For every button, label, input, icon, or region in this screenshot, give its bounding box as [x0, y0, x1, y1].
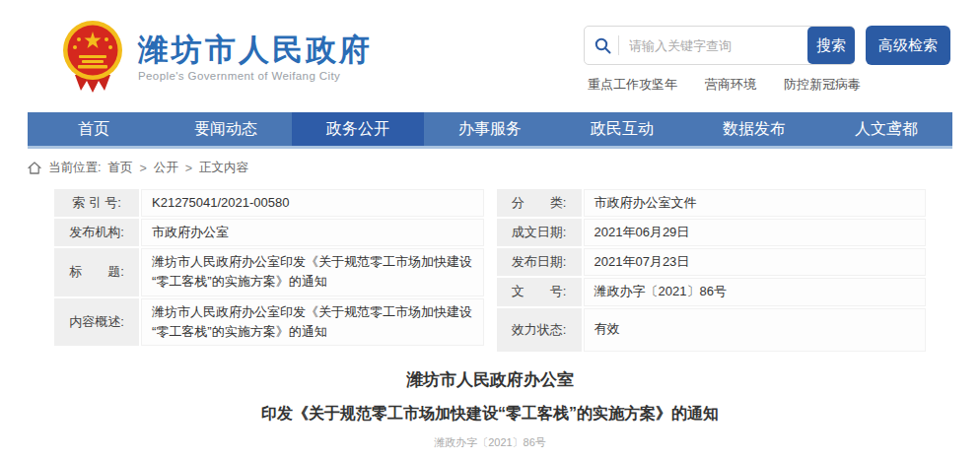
meta-label: 效力状态: [497, 308, 582, 352]
advanced-search-button[interactable]: 高级检索 [866, 26, 950, 65]
nav-item-services[interactable]: 办事服务 [424, 112, 556, 146]
site-brand[interactable]: 潍坊市人民政府 People's Government of Weifang C… [61, 20, 373, 95]
site-header: 潍坊市人民政府 People's Government of Weifang C… [0, 0, 980, 100]
search-separator [618, 35, 619, 55]
search-button[interactable]: 搜索 [807, 27, 855, 64]
search-area: 搜索 高级检索 重点工作攻坚年 营商环境 防控新冠病毒 [584, 26, 950, 94]
meta-row-title: 标 题: 潍坊市人民政府办公室印发《关于规范零工市场加快建设“零工客栈”的实施方… [54, 248, 484, 296]
hot-link-key-work[interactable]: 重点工作攻坚年 [588, 76, 677, 94]
meta-label: 成文日期: [497, 219, 582, 246]
meta-right-column: 分 类: 市政府办公室文件 成文日期: 2021年06月29日 发布日期: 20… [497, 189, 927, 352]
meta-row-category: 分 类: 市政府办公室文件 [497, 189, 927, 217]
meta-row-publish-date: 发布日期: 2021年07月23日 [497, 248, 927, 276]
document-header: 潍坊市人民政府办公室 印发《关于规范零工市场加快建设“零工客栈”的实施方案》的通… [0, 368, 980, 450]
meta-value: 2021年07月23日 [584, 248, 927, 276]
nav-item-gov-info[interactable]: 政务公开 [292, 112, 424, 146]
nav-item-home[interactable]: 首页 [28, 112, 160, 146]
meta-label: 文 号: [497, 278, 582, 305]
search-row: 搜索 高级检索 [584, 26, 950, 65]
document-title-line2: 印发《关于规范零工市场加快建设“零工客栈”的实施方案》的通知 [0, 404, 980, 425]
meta-row-issuing-agency: 发布机构: 市政府办公室 [54, 219, 484, 246]
breadcrumb-current: 正文内容 [199, 160, 248, 176]
breadcrumb: 当前位置: 首页 > 公开 > 正文内容 [28, 160, 952, 176]
breadcrumb-open[interactable]: 公开 [154, 160, 178, 176]
meta-row-written-date: 成文日期: 2021年06月29日 [497, 219, 927, 246]
hot-link-business-env[interactable]: 营商环境 [705, 76, 756, 94]
search-input[interactable] [627, 37, 807, 54]
hot-links: 重点工作攻坚年 营商环境 防控新冠病毒 [588, 76, 950, 94]
nav-item-data[interactable]: 数据发布 [688, 112, 820, 146]
breadcrumb-separator: > [139, 162, 146, 175]
nav-item-news[interactable]: 要闻动态 [160, 112, 292, 146]
search-icon [595, 37, 611, 54]
site-title: 潍坊市人民政府 [138, 33, 373, 68]
meta-label: 内容概述: [54, 298, 139, 346]
breadcrumb-prefix: 当前位置: [48, 160, 101, 176]
meta-value: 市政府办公室 [141, 219, 484, 246]
meta-row-validity: 效力状态: 有效 [497, 308, 927, 352]
breadcrumb-home[interactable]: 首页 [107, 160, 132, 176]
meta-value: 潍坊市人民政府办公室印发《关于规范零工市场加快建设“零工客栈”的实施方案》的通知 [141, 248, 484, 296]
main-nav: 首页 要闻动态 政务公开 办事服务 政民互动 数据发布 人文鸢都 [28, 112, 952, 149]
meta-value: K21275041/2021-00580 [141, 189, 484, 217]
meta-row-doc-number: 文 号: 潍政办字〔2021〕86号 [497, 278, 927, 305]
meta-label: 索 引 号: [54, 189, 139, 217]
breadcrumb-separator: > [185, 162, 192, 175]
hot-link-covid[interactable]: 防控新冠病毒 [784, 76, 861, 94]
meta-label: 标 题: [54, 248, 139, 296]
national-emblem-icon [61, 20, 124, 95]
meta-value: 潍政办字〔2021〕86号 [584, 278, 927, 305]
brand-text: 潍坊市人民政府 People's Government of Weifang C… [138, 33, 373, 83]
meta-label: 分 类: [497, 189, 582, 217]
document-title-line1: 潍坊市人民政府办公室 [0, 368, 980, 391]
document-number: 潍政办字〔2021〕86号 [0, 435, 980, 450]
meta-value: 2021年06月29日 [584, 219, 927, 246]
page: 潍坊市人民政府 People's Government of Weifang C… [0, 0, 980, 460]
meta-value: 潍坊市人民政府办公室印发《关于规范零工市场加快建设“零工客栈”的实施方案》的通知 [141, 298, 484, 346]
meta-left-column: 索 引 号: K21275041/2021-00580 发布机构: 市政府办公室… [54, 189, 484, 352]
document-meta-table: 索 引 号: K21275041/2021-00580 发布机构: 市政府办公室… [54, 189, 926, 352]
meta-value: 有效 [584, 308, 927, 352]
meta-label: 发布机构: [54, 219, 139, 246]
site-subtitle: People's Government of Weifang City [138, 70, 373, 82]
nav-item-interaction[interactable]: 政民互动 [556, 112, 688, 146]
meta-value: 市政府办公室文件 [584, 189, 927, 217]
meta-row-summary: 内容概述: 潍坊市人民政府办公室印发《关于规范零工市场加快建设“零工客栈”的实施… [54, 298, 484, 346]
search-box: 搜索 [584, 26, 855, 65]
nav-item-culture[interactable]: 人文鸢都 [820, 112, 952, 146]
meta-row-index-number: 索 引 号: K21275041/2021-00580 [54, 189, 484, 217]
meta-label: 发布日期: [497, 248, 582, 276]
home-icon [28, 162, 41, 174]
